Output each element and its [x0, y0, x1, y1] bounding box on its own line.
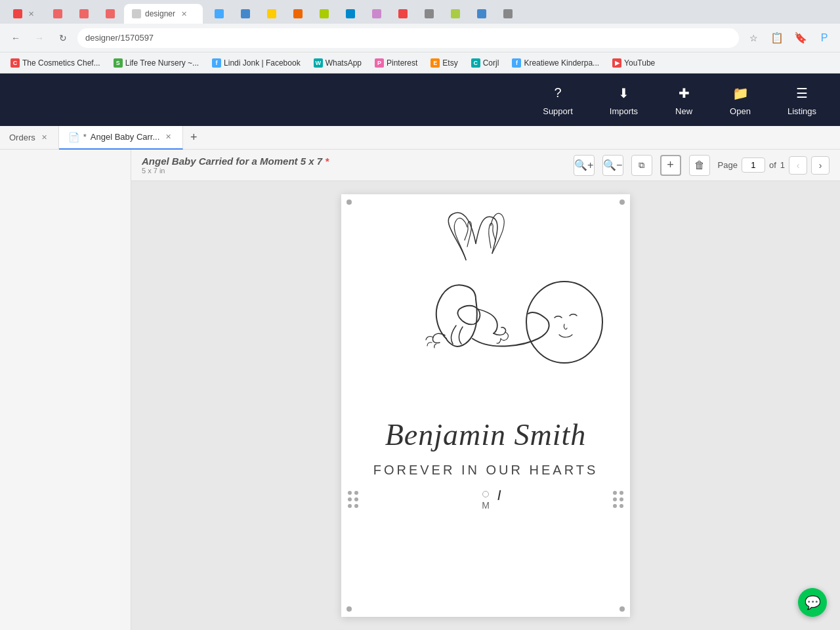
design-name[interactable]: Benjamin Smith	[385, 417, 587, 452]
tagline-text[interactable]: FOREVER IN OUR HEARTS	[373, 463, 598, 478]
address-input[interactable]	[77, 28, 739, 48]
listings-button[interactable]: ☰ Listings	[780, 79, 824, 121]
listings-icon: ☰	[793, 84, 811, 102]
extension-btn-3[interactable]: P	[815, 29, 833, 47]
browser-tab-1[interactable]: ✕	[5, 4, 44, 24]
browser-tab-extra-12[interactable]	[495, 4, 520, 24]
bookmark-label-1: The Cosmetics Chef...	[22, 58, 100, 68]
bookmark-life-tree[interactable]: S Life Tree Nursery ~...	[108, 56, 204, 70]
browser-tab-extra-5[interactable]	[312, 4, 337, 24]
right-drag-handles[interactable]	[613, 491, 623, 508]
address-bar: ← → ↻ ☆ 📋 🔖 P	[0, 24, 840, 52]
bookmark-icon-4: W	[314, 58, 323, 68]
bookmark-star[interactable]: ☆	[744, 29, 763, 47]
browser-tab-extra-3[interactable]	[259, 4, 284, 24]
new-label: New	[675, 106, 692, 116]
bookmark-icon-5: P	[375, 58, 384, 68]
bookmark-kreatiewe[interactable]: f Kreatiewe Kinderpa...	[507, 56, 604, 70]
angel-tab-label: Angel Baby Carr...	[91, 132, 160, 142]
m-label: M	[482, 500, 490, 511]
bookmark-whatsapp[interactable]: W WhatsApp	[308, 56, 367, 70]
browser-tab-extra-6[interactable]	[338, 4, 363, 24]
chat-button[interactable]: 💬	[798, 588, 827, 617]
browser-tab-2[interactable]	[45, 4, 70, 24]
canvas-viewport[interactable]: Benjamin Smith FOREVER IN OUR HEARTS	[131, 181, 840, 630]
browser-tab-3[interactable]	[72, 4, 96, 24]
bookmark-cosmetics-chef[interactable]: C The Cosmetics Chef...	[5, 56, 106, 70]
bookmark-icon-8: f	[512, 58, 521, 68]
tab-close-active[interactable]: ✕	[179, 9, 189, 19]
bookmark-etsy[interactable]: E Etsy	[425, 56, 463, 70]
canvas-toolbar: Angel Baby Carried for a Moment 5 x 7 * …	[131, 150, 840, 181]
extension-btn-1[interactable]: 📋	[768, 29, 786, 47]
bookmark-label-2: Life Tree Nursery ~...	[125, 58, 199, 68]
duplicate-button[interactable]: ⧉	[631, 155, 652, 176]
back-button[interactable]: ←	[7, 29, 25, 47]
imports-button[interactable]: ⬇ Imports	[602, 79, 646, 121]
forward-button[interactable]: →	[30, 29, 49, 47]
bookmark-corjl[interactable]: C Corjl	[466, 56, 505, 70]
bookmark-icon-6: E	[430, 58, 440, 68]
open-icon: 📁	[731, 84, 749, 102]
tab-favicon-active	[132, 9, 141, 18]
tab-orders[interactable]: Orders ✕	[0, 126, 59, 150]
angel-tab-close[interactable]: ✕	[163, 132, 173, 142]
canvas-area: Angel Baby Carried for a Moment 5 x 7 * …	[131, 150, 840, 630]
support-button[interactable]: ? Support	[535, 79, 581, 121]
next-page-button[interactable]: ›	[811, 156, 830, 175]
browser-tab-extra-8[interactable]	[390, 4, 415, 24]
add-doc-tab-button[interactable]: +	[183, 127, 204, 148]
zoom-in-button[interactable]: 🔍+	[574, 155, 595, 176]
reload-button[interactable]: ↻	[54, 29, 72, 47]
bookmark-icon-2: S	[114, 58, 123, 68]
handle-bottom-right[interactable]	[620, 606, 625, 612]
bookmark-facebook[interactable]: f Lindi Jonk | Facebook	[207, 56, 306, 70]
new-button[interactable]: ✚ New	[667, 79, 701, 121]
bookmark-pinterest[interactable]: P Pinterest	[369, 56, 423, 70]
tab-angel-baby[interactable]: 📄 * Angel Baby Carr... ✕	[59, 126, 184, 150]
document-tabs: Orders ✕ 📄 * Angel Baby Carr... ✕ +	[0, 126, 840, 150]
browser-tab-extra-4[interactable]	[285, 4, 310, 24]
bookmark-youtube[interactable]: ▶ YouTube	[607, 56, 660, 70]
imports-label: Imports	[610, 106, 638, 116]
browser-tab-extra-2[interactable]	[233, 4, 258, 24]
bookmarks-bar: C The Cosmetics Chef... S Life Tree Nurs…	[0, 52, 840, 74]
main-area: Angel Baby Carried for a Moment 5 x 7 * …	[0, 150, 840, 630]
zoom-out-button[interactable]: 🔍−	[602, 155, 623, 176]
browser-tab-4[interactable]	[98, 4, 123, 24]
page-number-input[interactable]: 1	[742, 158, 765, 173]
browser-tab-extra-7[interactable]	[364, 4, 389, 24]
left-drag-handles[interactable]	[348, 491, 358, 508]
open-button[interactable]: 📁 Open	[722, 79, 759, 121]
add-element-button[interactable]: +	[660, 155, 681, 176]
handle-bottom-left[interactable]	[346, 606, 352, 612]
center-handle[interactable]: M	[482, 491, 490, 511]
document-modified-marker: *	[325, 156, 329, 167]
new-icon: ✚	[675, 84, 693, 102]
browser-tab-extra-10[interactable]	[443, 4, 468, 24]
angel-tab-icon: 📄	[68, 132, 79, 142]
browser-tab-active[interactable]: designer ✕	[124, 4, 203, 24]
bookmark-icon-9: ▶	[612, 58, 621, 68]
browser-tab-extra-11[interactable]	[469, 4, 494, 24]
orders-tab-close[interactable]: ✕	[39, 133, 49, 142]
delete-button[interactable]: 🗑	[689, 155, 710, 176]
text-cursor: I	[497, 487, 501, 504]
listings-label: Listings	[788, 106, 816, 116]
handle-top-left[interactable]	[346, 200, 352, 205]
bookmark-label-3: Lindi Jonk | Facebook	[224, 58, 301, 68]
tab-favicon-1	[13, 9, 22, 18]
browser-tab-extra-1[interactable]	[207, 4, 232, 24]
browser-tab-extra-9[interactable]	[417, 4, 442, 24]
tab-close-1[interactable]: ✕	[26, 9, 36, 19]
page-label: Page	[718, 160, 738, 170]
tab-favicon-3	[79, 9, 89, 18]
document-title: Angel Baby Carried for a Moment 5 x 7 *	[142, 156, 566, 167]
handle-top-right[interactable]	[620, 200, 625, 205]
extension-btn-2[interactable]: 🔖	[791, 29, 810, 47]
page-navigation: Page 1 of 1 ‹ ›	[718, 156, 830, 175]
prev-page-button[interactable]: ‹	[789, 156, 807, 175]
support-label: Support	[543, 106, 573, 116]
name-text: Benjamin Smith	[385, 418, 587, 452]
bookmark-label-8: Kreatiewe Kinderpa...	[524, 58, 599, 68]
